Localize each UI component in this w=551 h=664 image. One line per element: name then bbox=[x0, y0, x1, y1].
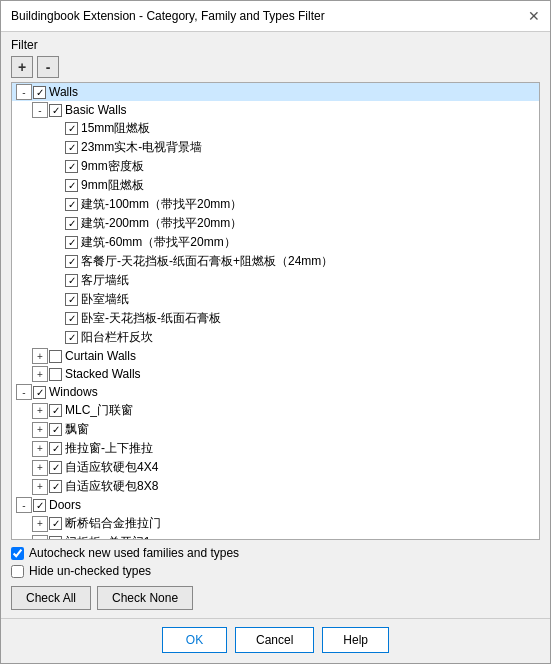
tree-node-bw5[interactable]: 建筑-100mm（带找平20mm） bbox=[12, 195, 539, 214]
cancel-button[interactable]: Cancel bbox=[235, 627, 314, 653]
expander-win3[interactable]: + bbox=[32, 441, 48, 457]
tree-node-bw7[interactable]: 建筑-60mm（带找平20mm） bbox=[12, 233, 539, 252]
filter-label: Filter bbox=[1, 32, 550, 54]
checkbox-stacked-walls[interactable] bbox=[49, 368, 62, 381]
label-windows: Windows bbox=[49, 385, 98, 399]
checkbox-bw7[interactable] bbox=[65, 236, 78, 249]
tree-node-bw6[interactable]: 建筑-200mm（带找平20mm） bbox=[12, 214, 539, 233]
expand-all-button[interactable]: + bbox=[11, 56, 33, 78]
label-door1: 断桥铝合金推拉门 bbox=[65, 515, 161, 532]
label-basic-walls: Basic Walls bbox=[65, 103, 127, 117]
tree-node-stacked-walls[interactable]: + Stacked Walls bbox=[12, 365, 539, 383]
tree-node-win5[interactable]: + 自适应软硬包8X8 bbox=[12, 477, 539, 496]
checkbox-doors[interactable] bbox=[33, 499, 46, 512]
tree-container[interactable]: - Walls - Basic Walls 15mm阻燃板 23mm实木-电视背… bbox=[11, 82, 540, 540]
tree-node-bw4[interactable]: 9mm阻燃板 bbox=[12, 176, 539, 195]
tree-node-doors[interactable]: - Doors bbox=[12, 496, 539, 514]
collapse-all-button[interactable]: - bbox=[37, 56, 59, 78]
tree-node-door2[interactable]: + 门板板_单开门1 bbox=[12, 533, 539, 540]
checkbox-basic-walls[interactable] bbox=[49, 104, 62, 117]
main-window: Buildingbook Extension - Category, Famil… bbox=[0, 0, 551, 664]
expander-win1[interactable]: + bbox=[32, 403, 48, 419]
hide-unchecked-checkbox[interactable] bbox=[11, 565, 24, 578]
expander-doors[interactable]: - bbox=[16, 497, 32, 513]
label-doors: Doors bbox=[49, 498, 81, 512]
checkbox-windows[interactable] bbox=[33, 386, 46, 399]
toolbar: + - bbox=[1, 54, 550, 82]
tree-node-door1[interactable]: + 断桥铝合金推拉门 bbox=[12, 514, 539, 533]
expander-walls[interactable]: - bbox=[16, 84, 32, 100]
checkbox-win4[interactable] bbox=[49, 461, 62, 474]
action-button-row: Check All Check None bbox=[11, 582, 540, 612]
label-win2: 飘窗 bbox=[65, 421, 89, 438]
checkbox-bw11[interactable] bbox=[65, 312, 78, 325]
label-bw11: 卧室-天花挡板-纸面石膏板 bbox=[81, 310, 221, 327]
expander-win2[interactable]: + bbox=[32, 422, 48, 438]
expander-win4[interactable]: + bbox=[32, 460, 48, 476]
label-bw4: 9mm阻燃板 bbox=[81, 177, 144, 194]
tree-node-win2[interactable]: + 飘窗 bbox=[12, 420, 539, 439]
tree-node-bw10[interactable]: 卧室墙纸 bbox=[12, 290, 539, 309]
label-stacked-walls: Stacked Walls bbox=[65, 367, 141, 381]
checkbox-win2[interactable] bbox=[49, 423, 62, 436]
checkbox-walls[interactable] bbox=[33, 86, 46, 99]
checkbox-door1[interactable] bbox=[49, 517, 62, 530]
expander-door1[interactable]: + bbox=[32, 516, 48, 532]
close-button[interactable]: ✕ bbox=[528, 9, 540, 23]
autocheck-option[interactable]: Autocheck new used families and types bbox=[11, 546, 540, 560]
checkbox-bw8[interactable] bbox=[65, 255, 78, 268]
checkbox-bw9[interactable] bbox=[65, 274, 78, 287]
label-bw1: 15mm阻燃板 bbox=[81, 120, 150, 137]
tree-node-win1[interactable]: + MLC_门联窗 bbox=[12, 401, 539, 420]
checkbox-bw3[interactable] bbox=[65, 160, 78, 173]
tree-node-bw11[interactable]: 卧室-天花挡板-纸面石膏板 bbox=[12, 309, 539, 328]
checkbox-curtain-walls[interactable] bbox=[49, 350, 62, 363]
hide-unchecked-option[interactable]: Hide un-checked types bbox=[11, 564, 540, 578]
tree-node-win3[interactable]: + 推拉窗-上下推拉 bbox=[12, 439, 539, 458]
checkbox-win5[interactable] bbox=[49, 480, 62, 493]
ok-button[interactable]: OK bbox=[162, 627, 227, 653]
autocheck-checkbox[interactable] bbox=[11, 547, 24, 560]
expander-win5[interactable]: + bbox=[32, 479, 48, 495]
checkbox-win3[interactable] bbox=[49, 442, 62, 455]
expander-curtain-walls[interactable]: + bbox=[32, 348, 48, 364]
check-all-button[interactable]: Check All bbox=[11, 586, 91, 610]
checkbox-bw10[interactable] bbox=[65, 293, 78, 306]
tree-node-win4[interactable]: + 自适应软硬包4X4 bbox=[12, 458, 539, 477]
help-button[interactable]: Help bbox=[322, 627, 389, 653]
tree-node-bw3[interactable]: 9mm密度板 bbox=[12, 157, 539, 176]
expander-stacked-walls[interactable]: + bbox=[32, 366, 48, 382]
label-win5: 自适应软硬包8X8 bbox=[65, 478, 158, 495]
label-bw9: 客厅墙纸 bbox=[81, 272, 129, 289]
checkbox-bw6[interactable] bbox=[65, 217, 78, 230]
tree-node-windows[interactable]: - Windows bbox=[12, 383, 539, 401]
checkbox-bw1[interactable] bbox=[65, 122, 78, 135]
tree-node-bw2[interactable]: 23mm实木-电视背景墙 bbox=[12, 138, 539, 157]
bottom-section: Autocheck new used families and types Hi… bbox=[1, 540, 550, 618]
tree-node-bw9[interactable]: 客厅墙纸 bbox=[12, 271, 539, 290]
tree-node-bw8[interactable]: 客餐厅-天花挡板-纸面石膏板+阻燃板（24mm） bbox=[12, 252, 539, 271]
expander-windows[interactable]: - bbox=[16, 384, 32, 400]
tree-node-bw1[interactable]: 15mm阻燃板 bbox=[12, 119, 539, 138]
label-bw3: 9mm密度板 bbox=[81, 158, 144, 175]
tree-node-basic-walls[interactable]: - Basic Walls bbox=[12, 101, 539, 119]
tree-node-bw12[interactable]: 阳台栏杆反坎 bbox=[12, 328, 539, 347]
checkbox-win1[interactable] bbox=[49, 404, 62, 417]
checkbox-bw5[interactable] bbox=[65, 198, 78, 211]
expander-basic-walls[interactable]: - bbox=[32, 102, 48, 118]
checkbox-bw4[interactable] bbox=[65, 179, 78, 192]
label-bw6: 建筑-200mm（带找平20mm） bbox=[81, 215, 242, 232]
autocheck-label: Autocheck new used families and types bbox=[29, 546, 239, 560]
checkbox-bw2[interactable] bbox=[65, 141, 78, 154]
label-bw8: 客餐厅-天花挡板-纸面石膏板+阻燃板（24mm） bbox=[81, 253, 333, 270]
label-bw10: 卧室墙纸 bbox=[81, 291, 129, 308]
checkbox-bw12[interactable] bbox=[65, 331, 78, 344]
label-win4: 自适应软硬包4X4 bbox=[65, 459, 158, 476]
label-win1: MLC_门联窗 bbox=[65, 402, 133, 419]
window-title: Buildingbook Extension - Category, Famil… bbox=[11, 9, 325, 23]
title-bar: Buildingbook Extension - Category, Famil… bbox=[1, 1, 550, 32]
tree-node-walls[interactable]: - Walls bbox=[12, 83, 539, 101]
label-curtain-walls: Curtain Walls bbox=[65, 349, 136, 363]
tree-node-curtain-walls[interactable]: + Curtain Walls bbox=[12, 347, 539, 365]
check-none-button[interactable]: Check None bbox=[97, 586, 193, 610]
